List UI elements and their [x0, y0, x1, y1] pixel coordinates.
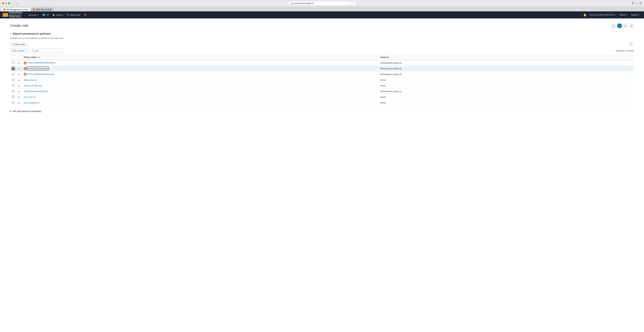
policy-link-1[interactable]: AmazonDMSRedshiftS3Role: [27, 61, 55, 64]
sort-icon: ▲▼: [37, 56, 40, 58]
step-3-label: 3: [625, 25, 626, 27]
col-header-name[interactable]: Policy name ▲▼: [22, 55, 378, 60]
s3-nav-icon: 🪣: [42, 13, 45, 16]
checkbox-row-6[interactable]: [12, 90, 14, 92]
refresh-button[interactable]: ↻: [629, 42, 634, 47]
reload-icon[interactable]: ↻: [352, 2, 354, 4]
expand-arrow-row-1[interactable]: ▶: [18, 62, 20, 64]
close-button[interactable]: [2, 2, 4, 4]
minimize-button[interactable]: [5, 2, 7, 4]
checkbox-row-5[interactable]: [12, 84, 14, 87]
table-row: ▶athena-lxy-s3None: [10, 77, 634, 83]
used-as-row-7: None: [378, 94, 634, 100]
used-as-row-4: None: [378, 77, 634, 83]
nav-pin[interactable]: 📌: [82, 11, 88, 18]
tab-iam[interactable]: IAM Management Console: [1, 8, 30, 11]
step-2[interactable]: 2: [617, 23, 622, 28]
nav-right: 🔔 pcman @ 4200-2996-0748 ▼ Global ▼ Supp…: [582, 13, 641, 16]
pin-icon: 📌: [84, 13, 86, 16]
expand-arrow-row-6[interactable]: ▶: [18, 90, 20, 92]
expand-arrow-row-4[interactable]: ▶: [18, 79, 20, 81]
policy-link-5[interactable]: athena-s3-data-lxy: [24, 84, 42, 87]
notification-bell[interactable]: 🔔: [582, 13, 588, 16]
policy-link-6[interactable]: AWSGlueServiceRole-s3: [24, 90, 48, 93]
aws-logo-text: aws: [4, 14, 7, 16]
policy-link-2[interactable]: AmazonS3FullAccess: [27, 67, 48, 70]
maximize-button[interactable]: [8, 2, 10, 4]
region-info: Ningxia Region Operated by NWCD Beijing …: [9, 11, 22, 18]
nav-athena[interactable]: 🦉 Athena: [50, 11, 64, 18]
filter-policies-button[interactable]: Filter policies ▼: [10, 49, 29, 53]
step-4[interactable]: 4: [629, 23, 634, 28]
showing-results-text: Showing 10 results: [616, 49, 634, 52]
nav-glue[interactable]: 🔧 AWS Glue: [64, 11, 82, 18]
region1-name: Ningxia Region: [9, 11, 22, 13]
used-as-row-8: None: [378, 100, 634, 106]
expand-arrow-row-8[interactable]: ▶: [18, 102, 20, 104]
expand-arrow-row-5[interactable]: ▶: [18, 85, 20, 87]
aws-logo-box: aws: [3, 13, 8, 17]
create-policy-button[interactable]: Create policy: [10, 42, 28, 47]
aws-nav: aws Ningxia Region Operated by NWCD Beij…: [0, 11, 644, 18]
used-as-row-2: Permissions policy (5): [378, 66, 634, 72]
boundary-arrow: ▶: [10, 110, 12, 112]
table-row: ▶AWSGlueServiceRole-s3Permissions policy…: [10, 88, 634, 94]
policy-link-3[interactable]: AmazonS3ReadOnlyAccess: [27, 73, 54, 75]
global-menu[interactable]: Global ▼: [618, 14, 629, 16]
step-3[interactable]: 3: [623, 23, 628, 28]
main-content: Create role 1 2 3 4 ▼ Attach permissions…: [0, 18, 644, 332]
policy-link-8[interactable]: lxy-mongodb-s3: [24, 102, 40, 104]
address-bar[interactable]: 🔒 console.amazonaws.cn 🛡 ↻: [288, 1, 356, 5]
services-label: Services: [28, 14, 37, 16]
policy-link-4[interactable]: athena-lxy-s3: [24, 79, 37, 81]
attach-section-arrow: ▼: [10, 33, 12, 35]
col-header-check: [10, 55, 16, 60]
step-1[interactable]: 1: [611, 23, 616, 28]
checkbox-row-3[interactable]: [12, 73, 14, 75]
attach-section: ▼ Attach permissions policies Choose one…: [10, 32, 634, 106]
search-input[interactable]: [36, 49, 62, 52]
checkbox-row-1[interactable]: [12, 61, 14, 64]
nav-s3[interactable]: 🪣 S3: [40, 11, 50, 18]
aws-logo[interactable]: aws Ningxia Region Operated by NWCD Beij…: [3, 11, 22, 18]
share-icon[interactable]: ⬆: [632, 2, 634, 5]
page-title: Create role: [10, 23, 28, 28]
nav-services[interactable]: Services ▼: [27, 11, 40, 18]
region1-sub: Operated by NWCD: [9, 13, 22, 15]
used-as-row-1: Permissions policy (1): [378, 60, 634, 66]
user-menu[interactable]: pcman @ 4200-2996-0748 ▼: [589, 14, 618, 16]
table-row: ▶S3AmazonDMSRedshiftS3RolePermissions po…: [10, 60, 634, 66]
global-label: Global: [619, 14, 625, 16]
refresh-icon: ↻: [630, 43, 632, 46]
checkbox-row-4[interactable]: [12, 79, 14, 81]
expand-arrow-row-3[interactable]: ▶: [18, 73, 20, 75]
support-menu[interactable]: Support ▼: [630, 14, 641, 16]
tab-glue[interactable]: AWS Glue Console: [31, 8, 54, 11]
col-header-used: Used as: [378, 55, 634, 60]
policy-link-7[interactable]: lxy-cross-s3: [24, 96, 36, 98]
expand-arrow-row-7[interactable]: ▶: [18, 96, 20, 98]
new-tab-icon[interactable]: +: [636, 2, 638, 5]
s3-label: S3: [46, 14, 49, 16]
window-chrome: ‹ › 🔒 console.amazonaws.cn 🛡 ↻ ⬆ + ⧉: [0, 0, 644, 7]
url-text: console.amazonaws.cn: [293, 2, 314, 4]
athena-label: Athena: [56, 14, 63, 16]
global-chevron: ▼: [626, 14, 628, 16]
checkbox-row-7[interactable]: [12, 96, 14, 98]
athena-nav-icon: 🦉: [52, 13, 55, 16]
svg-text:S3: S3: [24, 68, 26, 70]
boundary-section[interactable]: ▶ Set permissions boundary: [10, 110, 634, 113]
windows-icon[interactable]: ⧉: [640, 2, 641, 5]
step-4-label: 4: [631, 25, 632, 27]
table-row: ▶athena-s3-data-lxyNone: [10, 83, 634, 88]
filter-row: Filter policies ▼ 🔍 Showing 10 results: [10, 49, 634, 55]
back-button[interactable]: ‹: [13, 2, 14, 5]
checkbox-row-8[interactable]: [12, 101, 14, 104]
forward-button[interactable]: ›: [16, 2, 17, 5]
attach-section-header[interactable]: ▼ Attach permissions policies: [10, 32, 634, 35]
checkbox-row-2[interactable]: [12, 67, 14, 70]
expand-arrow-row-2[interactable]: ▶: [18, 68, 20, 70]
glue-label: AWS Glue: [70, 14, 80, 16]
iam-favicon: [3, 8, 5, 10]
table-row: ▶lxy-cross-s3None: [10, 94, 634, 100]
